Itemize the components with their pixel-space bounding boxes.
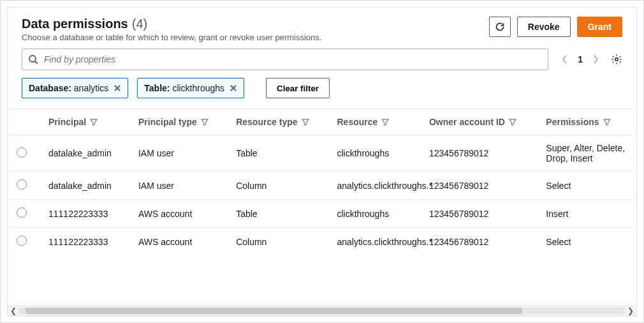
scroll-track[interactable]: [19, 308, 625, 314]
col-resource-type[interactable]: Resource type: [236, 117, 309, 127]
page-title: Data permissions: [22, 17, 128, 31]
row-select-radio[interactable]: [17, 207, 27, 218]
filter-icon: [603, 118, 611, 126]
cell-resource: analytics.clickthroughs.*: [328, 172, 420, 200]
pager: 1: [561, 54, 622, 65]
page-subtitle: Choose a database or table for which to …: [22, 33, 321, 42]
filter-icon: [509, 118, 516, 126]
cell-permissions: Super, Alter, Delete, Drop, Insert: [537, 135, 636, 172]
col-permissions[interactable]: Permissions: [546, 117, 610, 127]
filter-chip-value: clickthroughs: [172, 83, 224, 93]
cell-permissions: Select: [537, 172, 636, 200]
close-icon: [113, 84, 121, 92]
permissions-table: Principal Principal type Resource type R…: [8, 109, 636, 255]
scroll-right[interactable]: ❯: [626, 306, 635, 315]
chevron-right-icon: [592, 54, 599, 65]
filter-icon: [201, 118, 209, 126]
filter-icon: [381, 118, 389, 126]
table-row: datalake_adminIAM userTableclickthroughs…: [8, 135, 636, 172]
search-input[interactable]: [22, 49, 548, 70]
cell-principal: datalake_admin: [40, 172, 129, 200]
row-select-radio[interactable]: [17, 179, 27, 190]
cell-principal: 111122223333: [40, 200, 129, 228]
cell-principal-type: AWS account: [129, 200, 227, 228]
table-row: datalake_adminIAM userColumnanalytics.cl…: [8, 172, 636, 200]
cell-permissions: Insert: [537, 200, 636, 228]
filter-chip-database[interactable]: Database: analytics: [22, 78, 128, 98]
cell-owner-account-id: 123456789012: [420, 172, 537, 200]
cell-resource-type: Column: [227, 228, 328, 256]
settings-button[interactable]: [611, 54, 622, 65]
chevron-left-icon: [561, 54, 569, 65]
filter-icon: [90, 118, 98, 126]
cell-resource: analytics.clickthroughs.*: [328, 228, 420, 256]
cell-permissions: Select: [537, 228, 636, 256]
search-container: [22, 49, 548, 70]
search-icon: [28, 54, 38, 64]
remove-filter-table[interactable]: [230, 84, 237, 92]
table-container: Principal Principal type Resource type R…: [8, 109, 636, 305]
col-owner-account-id[interactable]: Owner account ID: [429, 117, 516, 127]
cell-principal-type: AWS account: [129, 228, 227, 256]
page-next[interactable]: [592, 54, 599, 65]
scroll-left[interactable]: ❮: [9, 306, 18, 315]
cell-resource: clickthroughs: [328, 200, 420, 228]
col-principal-type[interactable]: Principal type: [138, 117, 209, 127]
row-select-radio[interactable]: [17, 236, 27, 246]
col-principal[interactable]: Principal: [48, 117, 98, 127]
refresh-icon: [495, 22, 505, 32]
scroll-thumb[interactable]: [26, 308, 522, 314]
cell-principal-type: IAM user: [129, 172, 227, 200]
horizontal-scrollbar[interactable]: ❮ ❯: [8, 305, 636, 315]
cell-owner-account-id: 123456789012: [420, 228, 537, 256]
table-row: 111122223333AWS accountColumnanalytics.c…: [8, 228, 636, 256]
cell-principal: 111122223333: [40, 228, 129, 256]
refresh-button[interactable]: [489, 17, 511, 37]
revoke-button[interactable]: Revoke: [517, 17, 571, 37]
cell-resource-type: Column: [227, 172, 328, 200]
remove-filter-database[interactable]: [113, 84, 121, 92]
svg-point-0: [29, 56, 36, 62]
svg-line-1: [35, 61, 38, 64]
cell-principal: datalake_admin: [40, 135, 129, 172]
table-row: 111122223333AWS accountTableclickthrough…: [8, 200, 636, 228]
cell-principal-type: IAM user: [129, 135, 227, 172]
cell-resource: clickthroughs: [328, 135, 420, 172]
filter-chip-value: analytics: [74, 83, 108, 93]
gear-icon: [611, 54, 622, 65]
item-count: (4): [132, 17, 147, 31]
svg-point-2: [615, 58, 618, 61]
cell-owner-account-id: 123456789012: [420, 135, 537, 172]
filter-icon: [302, 118, 309, 126]
page-number: 1: [578, 54, 583, 64]
clear-filter-button[interactable]: Clear filter: [266, 78, 330, 98]
filter-chip-label: Table:: [144, 83, 170, 93]
row-select-radio[interactable]: [17, 147, 27, 158]
filter-chip-label: Database:: [29, 83, 71, 93]
close-icon: [230, 84, 237, 92]
grant-button[interactable]: Grant: [577, 17, 622, 37]
col-resource[interactable]: Resource: [337, 117, 389, 127]
page-prev[interactable]: [561, 54, 569, 65]
cell-owner-account-id: 123456789012: [420, 200, 537, 228]
filter-chip-table[interactable]: Table: clickthroughs: [137, 78, 244, 98]
cell-resource-type: Table: [227, 135, 328, 172]
cell-resource-type: Table: [227, 200, 328, 228]
data-permissions-card: Data permissions (4) Choose a database o…: [7, 7, 637, 316]
